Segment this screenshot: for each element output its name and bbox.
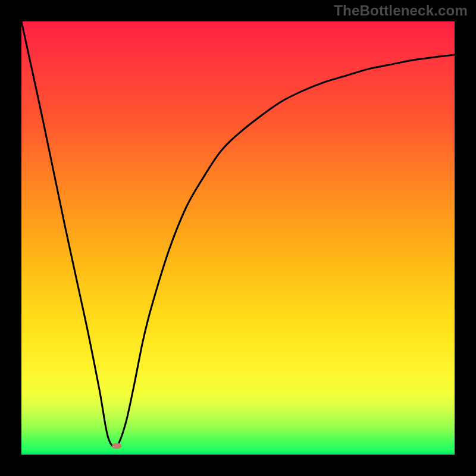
chart-curve (21, 21, 455, 447)
watermark-text: TheBottleneck.com (334, 2, 468, 19)
chart-frame: TheBottleneck.com (0, 0, 476, 476)
chart-svg (21, 21, 455, 455)
plot-area (21, 21, 455, 455)
minimum-marker (112, 443, 121, 449)
